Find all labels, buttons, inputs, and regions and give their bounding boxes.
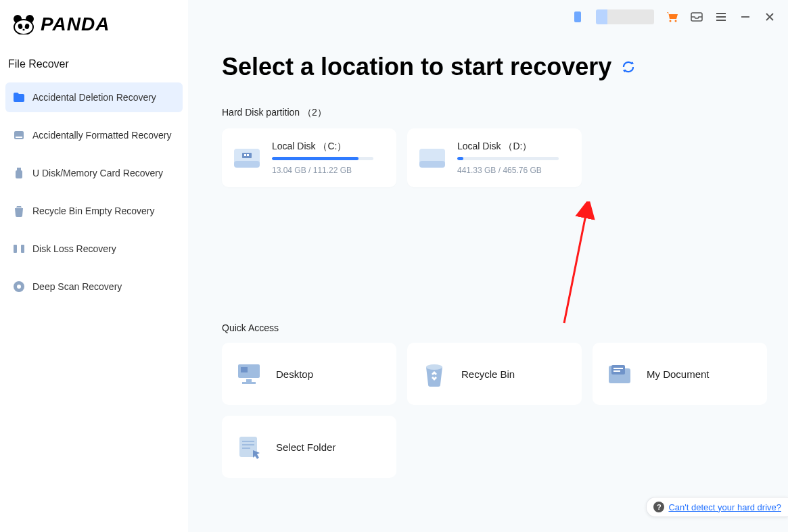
help-pill[interactable]: ? Can't detect your hard drive?	[646, 497, 788, 517]
svg-rect-29	[242, 382, 256, 384]
svg-rect-22	[247, 154, 249, 156]
cart-icon[interactable]	[666, 11, 678, 23]
svg-point-13	[17, 285, 21, 289]
svg-point-2	[14, 20, 33, 34]
svg-point-30	[426, 364, 442, 370]
svg-rect-36	[242, 444, 254, 445]
disk-card-d[interactable]: Local Disk （D:） 441.33 GB / 465.76 GB	[407, 128, 582, 187]
account-icon[interactable]	[572, 11, 584, 23]
svg-rect-14	[574, 11, 581, 22]
refresh-icon[interactable]	[621, 59, 636, 74]
select-folder-icon	[234, 432, 264, 462]
svg-rect-19	[234, 161, 260, 168]
brand-name: PANDA	[41, 14, 110, 35]
svg-rect-10	[14, 245, 17, 253]
svg-rect-35	[242, 441, 254, 442]
svg-rect-28	[246, 379, 252, 382]
format-icon	[12, 128, 26, 142]
svg-rect-6	[14, 131, 24, 139]
account-chip	[596, 9, 654, 24]
recycle-icon	[12, 204, 26, 218]
quick-recycle-bin[interactable]: Recycle Bin	[407, 343, 582, 405]
quick-select-folder[interactable]: Select Folder	[222, 416, 396, 478]
inbox-icon[interactable]	[691, 11, 703, 23]
disk-c-icon	[231, 143, 262, 174]
svg-rect-8	[17, 168, 21, 170]
quick-label-text: Recycle Bin	[461, 368, 515, 380]
svg-rect-24	[419, 161, 445, 168]
quick-my-document[interactable]: My Document	[593, 343, 767, 405]
sidebar-item-udisk[interactable]: U Disk/Memory Card Recovery	[5, 158, 183, 188]
help-link[interactable]: Can't detect your hard drive?	[668, 502, 781, 512]
menu-icon[interactable]	[715, 11, 727, 23]
sidebar: PANDA File Recover Accidental Deletion R…	[0, 0, 188, 532]
svg-rect-21	[244, 154, 246, 156]
sidebar-item-disk-loss[interactable]: Disk Loss Recovery	[5, 234, 183, 264]
quick-label-text: My Document	[647, 368, 710, 380]
svg-rect-33	[613, 370, 620, 372]
disk-loss-icon	[12, 242, 26, 256]
disk-d-progress	[457, 157, 559, 160]
annotation-arrow	[559, 201, 599, 330]
minimize-icon[interactable]	[739, 11, 751, 23]
disk-d-name: Local Disk （D:）	[457, 141, 570, 153]
svg-line-25	[564, 208, 587, 323]
sidebar-item-label: Deep Scan Recovery	[32, 281, 122, 292]
panda-logo-icon	[12, 14, 35, 34]
deep-scan-icon	[12, 280, 26, 293]
quick-access-label: Quick Access	[222, 322, 754, 333]
svg-rect-32	[613, 368, 623, 369]
svg-point-5	[22, 29, 24, 30]
sidebar-title: File Recover	[0, 47, 188, 82]
quick-desktop[interactable]: Desktop	[222, 343, 396, 405]
close-icon[interactable]	[764, 11, 776, 23]
svg-rect-11	[21, 245, 24, 253]
svg-point-16	[675, 20, 677, 22]
svg-rect-37	[242, 448, 250, 449]
sidebar-item-label: Accidentally Formatted Recovery	[32, 130, 171, 141]
sidebar-item-label: U Disk/Memory Card Recovery	[32, 168, 163, 178]
desktop-icon	[234, 359, 264, 389]
sidebar-item-deep-scan[interactable]: Deep Scan Recovery	[5, 272, 183, 301]
quick-access-grid: Desktop Recycle Bin My Document Select F…	[222, 343, 754, 478]
usb-icon	[12, 166, 26, 180]
disk-d-icon	[417, 143, 448, 174]
partitions-label: Hard Disk partition （2）	[222, 107, 754, 119]
quick-label-text: Select Folder	[276, 441, 335, 453]
svg-rect-27	[241, 367, 248, 372]
topbar	[572, 0, 788, 34]
sidebar-item-formatted[interactable]: Accidentally Formatted Recovery	[5, 120, 183, 150]
quick-label-text: Desktop	[276, 368, 313, 380]
svg-point-15	[670, 20, 672, 22]
sidebar-item-label: Disk Loss Recovery	[32, 243, 116, 254]
brand-logo: PANDA	[0, 7, 188, 47]
svg-rect-31	[611, 365, 625, 374]
disk-row: Local Disk （C:） 13.04 GB / 111.22 GB Loc…	[222, 128, 754, 187]
disk-c-name: Local Disk （C:）	[272, 141, 384, 153]
sidebar-item-label: Recycle Bin Empty Recovery	[32, 205, 155, 216]
main-content: Select a location to start recovery Hard…	[188, 0, 788, 532]
svg-rect-7	[16, 137, 22, 138]
disk-d-size: 441.33 GB / 465.76 GB	[457, 166, 570, 175]
nav-list: Accidental Deletion Recovery Accidentall…	[0, 82, 188, 301]
svg-rect-9	[16, 170, 22, 178]
page-title: Select a location to start recovery	[222, 53, 754, 81]
disk-c-progress	[272, 157, 373, 160]
help-icon: ?	[653, 502, 664, 512]
disk-c-size: 13.04 GB / 111.22 GB	[272, 166, 384, 175]
sidebar-item-recycle[interactable]: Recycle Bin Empty Recovery	[5, 196, 183, 226]
recycle-bin-icon	[419, 359, 449, 389]
disk-card-c[interactable]: Local Disk （C:） 13.04 GB / 111.22 GB	[222, 128, 396, 187]
sidebar-item-accidental-deletion[interactable]: Accidental Deletion Recovery	[5, 82, 183, 112]
folder-icon	[12, 91, 26, 104]
document-icon	[605, 359, 634, 389]
sidebar-item-label: Accidental Deletion Recovery	[32, 92, 156, 103]
page-title-text: Select a location to start recovery	[222, 53, 611, 81]
